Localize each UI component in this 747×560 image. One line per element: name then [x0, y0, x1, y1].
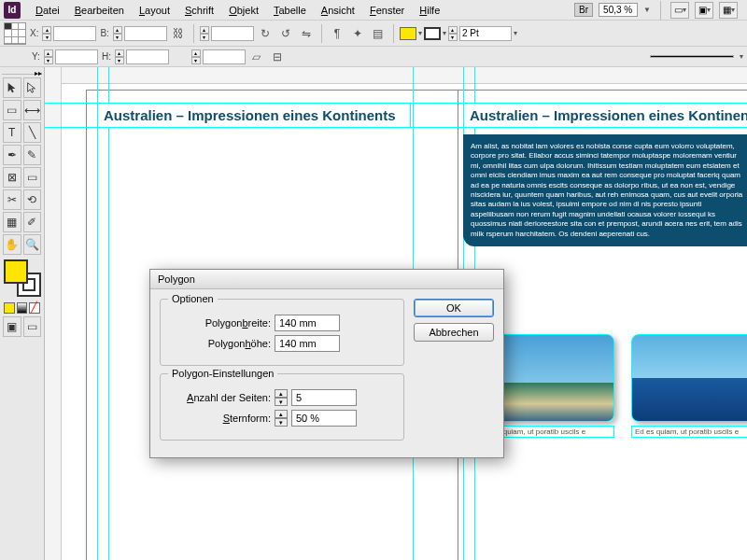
star-field[interactable]	[291, 410, 357, 427]
control-bar: X: ▴▾ B: ▴▾ ⛓ ▴▾ ↻ ↺ ⇋ ¶ ✦ ▤ ▾ ▾ ▴▾ ▾	[0, 21, 747, 47]
effects-icon[interactable]: ✦	[348, 24, 367, 43]
workspace: ▸▸ ▭⟷ T╲ ✒✎ ⊠▭ ✂⟲ ▦✐ ✋🔍 ╱ ▣▭ Australien …	[0, 67, 747, 560]
b-spinner[interactable]: ▴▾	[113, 26, 122, 41]
h-spinner[interactable]: ▴▾	[115, 49, 124, 64]
b-label: B:	[98, 28, 110, 38]
menu-fenster[interactable]: Fenster	[362, 3, 412, 18]
direct-selection-tool[interactable]	[23, 77, 42, 98]
x-label: X:	[28, 28, 40, 38]
polygon-width-field[interactable]	[275, 315, 340, 331]
apply-color[interactable]	[4, 302, 15, 314]
align-icon[interactable]: ⊟	[268, 48, 287, 66]
zoom-tool[interactable]: 🔍	[23, 234, 42, 255]
menu-datei[interactable]: DDateiatei	[28, 3, 67, 18]
normal-view[interactable]: ▣	[3, 316, 21, 337]
x-spinner[interactable]: ▴▾	[42, 26, 51, 41]
shear-icon[interactable]: ▱	[247, 48, 266, 66]
headline-right[interactable]: Australien – Impressionen eines Kontinen…	[463, 103, 747, 128]
settings-legend: Polygon-Einstellungen	[168, 368, 277, 379]
bridge-button[interactable]: Br	[574, 3, 593, 17]
headline-left[interactable]: Australien – Impressionen eines Kontinen…	[97, 103, 411, 128]
stroke-weight-field[interactable]	[459, 26, 512, 41]
scale-x-spinner[interactable]: ▴▾	[200, 26, 209, 41]
scale-x-field[interactable]	[211, 26, 254, 41]
polygon-height-field[interactable]	[275, 335, 340, 352]
image-frame-2[interactable]	[631, 334, 747, 422]
options-legend: Optionen	[168, 293, 218, 304]
zoom-dropdown-icon[interactable]: ▼	[643, 6, 651, 14]
rotate-ccw-icon[interactable]: ↺	[276, 24, 295, 43]
panel-collapse-icon[interactable]: ▸▸	[35, 69, 42, 74]
h-field[interactable]	[126, 49, 169, 64]
selection-tool[interactable]	[3, 77, 21, 98]
height-label: Polygonhöhe:	[168, 338, 271, 349]
flip-h-icon[interactable]: ⇋	[297, 24, 316, 43]
reference-point[interactable]	[4, 22, 26, 45]
sides-spinner[interactable]: ▴▾	[275, 389, 288, 406]
menu-ansicht[interactable]: Ansicht	[314, 3, 362, 18]
document-canvas[interactable]: Australien – Impressionen eines Kontinen…	[45, 67, 747, 560]
eyedropper-tool[interactable]: ✐	[23, 212, 42, 232]
stroke-style-field[interactable]	[650, 55, 734, 58]
page-tool[interactable]: ▭	[3, 100, 21, 120]
scissors-tool[interactable]: ✂	[3, 189, 21, 210]
menu-objekt[interactable]: Objekt	[221, 3, 266, 18]
menubar: Id DDateiatei Bearbeiten Layout Schrift …	[0, 0, 747, 21]
y-spinner[interactable]: ▴▾	[44, 49, 53, 64]
scale-y-spinner[interactable]: ▴▾	[191, 49, 201, 64]
fill-stroke-swatch[interactable]	[4, 259, 41, 297]
menu-hilfe[interactable]: Hilfe	[412, 3, 447, 18]
hand-tool[interactable]: ✋	[3, 234, 21, 255]
rectangle-tool[interactable]: ▭	[23, 167, 42, 188]
wrap-icon[interactable]: ▤	[369, 24, 388, 43]
cancel-button[interactable]: Abbrechen	[414, 323, 494, 342]
x-field[interactable]	[53, 26, 96, 41]
rotate-cw-icon[interactable]: ↻	[256, 24, 275, 43]
stroke-swatch[interactable]	[424, 27, 441, 40]
menu-layout[interactable]: Layout	[132, 3, 177, 18]
horizontal-ruler[interactable]	[62, 67, 747, 84]
pen-tool[interactable]: ✒	[3, 145, 21, 165]
preview-view[interactable]: ▭	[23, 316, 42, 337]
gap-tool[interactable]: ⟷	[23, 100, 42, 120]
y-field[interactable]	[55, 49, 98, 64]
transform-tool[interactable]: ⟲	[23, 189, 42, 210]
pencil-tool[interactable]: ✎	[23, 145, 42, 165]
scale-y-field[interactable]	[203, 49, 246, 64]
h-label: H:	[100, 51, 113, 62]
b-field[interactable]	[124, 26, 167, 41]
zoom-field[interactable]: 50,3 %	[599, 3, 638, 17]
sides-field[interactable]	[291, 389, 357, 406]
arrange-button[interactable]: ▦▾	[719, 2, 738, 19]
view-mode-button[interactable]: ▭▾	[670, 2, 689, 19]
control-bar-2: Y: ▴▾ H: ▴▾ ▴▾ ▱ ⊟ ▾	[0, 47, 747, 67]
menu-schrift[interactable]: Schrift	[177, 3, 221, 18]
sides-label: Anzahl der Seiten:	[168, 392, 271, 403]
width-label: Polygonbreite:	[168, 317, 271, 329]
gradient-tool[interactable]: ▦	[3, 212, 21, 232]
vertical-ruler[interactable]	[45, 67, 62, 560]
app-icon: Id	[4, 2, 21, 19]
type-tool[interactable]: T	[3, 122, 21, 143]
apply-none[interactable]: ╱	[29, 302, 40, 314]
ok-button[interactable]: OK	[414, 299, 494, 317]
paragraph-icon[interactable]: ¶	[328, 24, 346, 43]
screen-mode-button[interactable]: ▣▾	[695, 2, 713, 19]
options-group: Optionen Polygonbreite: Polygonhöhe:	[160, 299, 404, 366]
y-label: Y:	[30, 51, 42, 62]
line-tool[interactable]: ╲	[23, 122, 42, 143]
caption-2[interactable]: Ed es quiam, ut poratib uscils e	[631, 426, 747, 438]
tools-panel: ▸▸ ▭⟷ T╲ ✒✎ ⊠▭ ✂⟲ ▦✐ ✋🔍 ╱ ▣▭	[0, 67, 45, 560]
polygon-dialog: Polygon Optionen Polygonbreite: Polygonh…	[149, 269, 504, 458]
settings-group: Polygon-Einstellungen Anzahl der Seiten:…	[160, 373, 404, 441]
apply-gradient[interactable]	[17, 302, 28, 314]
text-frame[interactable]: Am alist, as nobitat lam volores es nobi…	[463, 134, 747, 246]
link-icon[interactable]: ⛓	[169, 24, 188, 43]
menu-bearbeiten[interactable]: Bearbeiten	[67, 3, 132, 18]
fill-color[interactable]	[4, 259, 28, 284]
stroke-spinner[interactable]: ▴▾	[448, 26, 458, 41]
fill-swatch[interactable]	[400, 27, 416, 40]
star-spinner[interactable]: ▴▾	[275, 410, 288, 427]
menu-tabelle[interactable]: Tabelle	[266, 3, 314, 18]
frame-tool[interactable]: ⊠	[3, 167, 21, 188]
